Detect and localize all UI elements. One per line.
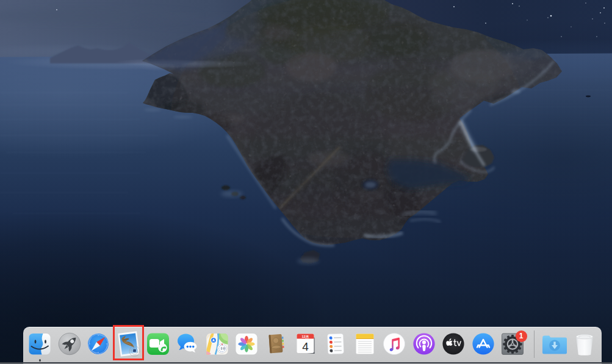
svg-text:12月: 12月 — [302, 335, 309, 339]
svg-text:4: 4 — [302, 340, 309, 353]
